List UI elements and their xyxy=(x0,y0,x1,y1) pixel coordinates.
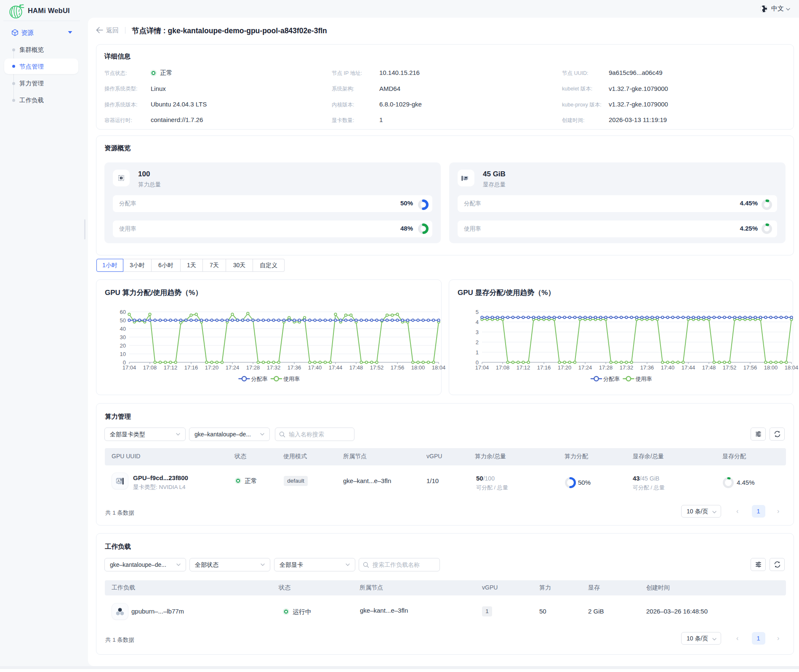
svg-text:17:16: 17:16 xyxy=(184,364,198,371)
svg-text:40: 40 xyxy=(120,326,126,332)
svg-text:17:12: 17:12 xyxy=(517,364,530,371)
svg-text:10: 10 xyxy=(120,351,126,357)
svg-text:17:24: 17:24 xyxy=(226,364,240,371)
svg-text:18:04: 18:04 xyxy=(432,364,446,371)
svg-text:1: 1 xyxy=(476,349,479,356)
svg-text:0: 0 xyxy=(123,359,126,366)
svg-text:60: 60 xyxy=(120,309,126,315)
svg-text:分配率: 分配率 xyxy=(251,376,268,382)
svg-text:17:40: 17:40 xyxy=(308,364,322,371)
svg-text:2: 2 xyxy=(476,339,479,345)
svg-text:17:48: 17:48 xyxy=(349,364,363,371)
svg-text:5: 5 xyxy=(476,309,479,315)
svg-text:17:52: 17:52 xyxy=(723,364,737,371)
svg-text:17:36: 17:36 xyxy=(640,364,654,371)
svg-text:分配率: 分配率 xyxy=(603,376,620,382)
svg-text:18:00: 18:00 xyxy=(764,364,778,371)
svg-text:17:32: 17:32 xyxy=(620,364,634,371)
svg-text:17:48: 17:48 xyxy=(702,364,716,371)
svg-text:30: 30 xyxy=(120,334,126,340)
svg-text:17:36: 17:36 xyxy=(288,364,301,371)
svg-text:17:24: 17:24 xyxy=(578,364,592,371)
svg-text:17:20: 17:20 xyxy=(205,364,219,371)
svg-text:4: 4 xyxy=(476,319,479,325)
svg-text:使用率: 使用率 xyxy=(283,376,300,382)
svg-text:17:08: 17:08 xyxy=(496,364,510,371)
svg-text:使用率: 使用率 xyxy=(636,376,652,382)
svg-text:18:04: 18:04 xyxy=(785,364,799,371)
svg-text:17:28: 17:28 xyxy=(599,364,613,371)
svg-text:17:44: 17:44 xyxy=(682,364,695,371)
svg-text:50: 50 xyxy=(120,317,126,324)
svg-text:20: 20 xyxy=(120,343,126,349)
svg-text:17:32: 17:32 xyxy=(267,364,281,371)
svg-text:0: 0 xyxy=(476,359,479,366)
svg-text:18:00: 18:00 xyxy=(411,364,425,371)
svg-text:17:08: 17:08 xyxy=(143,364,157,371)
svg-text:17:12: 17:12 xyxy=(164,364,178,371)
svg-text:17:44: 17:44 xyxy=(329,364,343,371)
svg-text:17:56: 17:56 xyxy=(743,364,757,371)
svg-text:17:16: 17:16 xyxy=(537,364,551,371)
svg-text:17:20: 17:20 xyxy=(558,364,572,371)
svg-text:17:56: 17:56 xyxy=(391,364,405,371)
svg-text:3: 3 xyxy=(476,329,479,335)
svg-text:17:28: 17:28 xyxy=(246,364,260,371)
svg-text:17:40: 17:40 xyxy=(661,364,675,371)
svg-text:17:52: 17:52 xyxy=(370,364,384,371)
